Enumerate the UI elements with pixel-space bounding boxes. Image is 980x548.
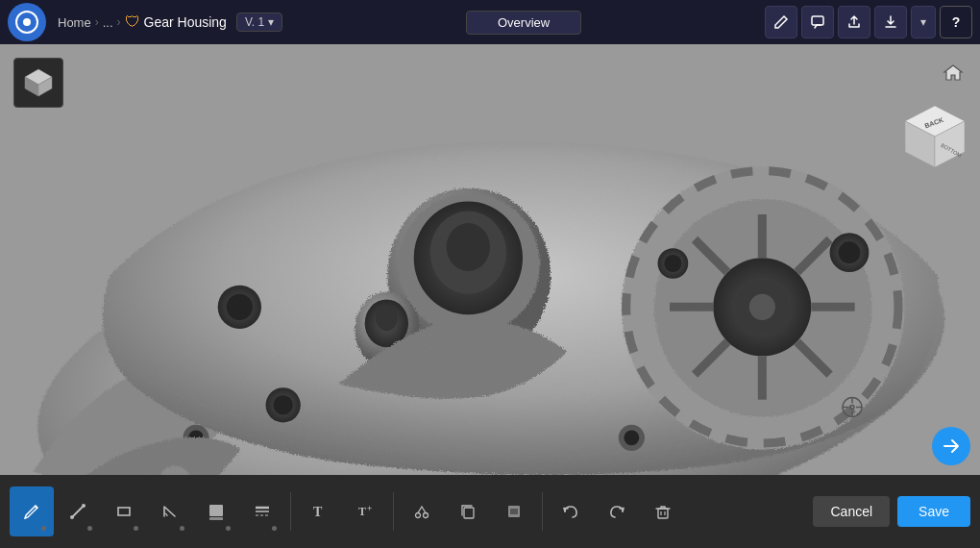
fill-icon bbox=[207, 502, 226, 521]
save-button[interactable]: Save bbox=[897, 496, 970, 527]
annotation-toolbar: T T + bbox=[0, 475, 980, 548]
toolbar-separator-3 bbox=[542, 492, 543, 531]
svg-rect-40 bbox=[0, 57, 980, 536]
svg-point-67 bbox=[416, 513, 421, 518]
paste-icon bbox=[504, 502, 524, 521]
redo-button[interactable] bbox=[595, 486, 639, 536]
draw-tool-button[interactable] bbox=[10, 486, 54, 536]
cut-tool-button[interactable] bbox=[400, 486, 444, 536]
delete-icon bbox=[653, 502, 673, 521]
delete-button[interactable] bbox=[641, 486, 685, 536]
tool-submenu-dot bbox=[134, 526, 138, 531]
home-view-button[interactable] bbox=[940, 60, 967, 87]
tool-submenu-dot bbox=[180, 526, 184, 531]
page-title: Gear Housing bbox=[144, 14, 227, 30]
nav-center: Overview bbox=[282, 11, 765, 35]
svg-rect-59 bbox=[209, 505, 223, 516]
download-button[interactable] bbox=[874, 6, 907, 38]
text-icon: T bbox=[309, 502, 329, 521]
angle-tool-button[interactable] bbox=[148, 486, 192, 536]
version-selector[interactable]: V. 1 ▾ bbox=[236, 12, 282, 32]
breadcrumb: Home › ... › 🛡 Gear Housing bbox=[58, 13, 227, 31]
navigation-cube[interactable]: BACK BOTTOM bbox=[895, 98, 974, 177]
tool-submenu-dot bbox=[41, 526, 46, 531]
svg-point-54 bbox=[850, 406, 854, 410]
line-style-icon bbox=[253, 502, 272, 521]
more-dropdown-button[interactable]: ▾ bbox=[911, 6, 936, 38]
home-icon bbox=[943, 62, 964, 84]
fill-color-button[interactable] bbox=[194, 486, 238, 536]
cancel-button[interactable]: Cancel bbox=[813, 496, 890, 527]
angle-icon bbox=[160, 502, 180, 521]
rect-tool-button[interactable] bbox=[102, 486, 146, 536]
tool-submenu-dot bbox=[226, 526, 231, 531]
download-icon bbox=[883, 14, 898, 30]
view-cube-button[interactable] bbox=[13, 58, 63, 108]
line-icon bbox=[68, 502, 87, 521]
top-navigation: Home › ... › 🛡 Gear Housing V. 1 ▾ Overv… bbox=[0, 0, 980, 44]
line-tool-button[interactable] bbox=[56, 486, 100, 536]
copy-tool-button[interactable] bbox=[446, 486, 490, 536]
comment-icon bbox=[810, 14, 825, 30]
svg-text:T: T bbox=[313, 505, 323, 519]
line-style-button[interactable] bbox=[240, 486, 284, 536]
toolbar-separator-1 bbox=[290, 492, 291, 531]
chevron-down-icon: ▾ bbox=[920, 15, 926, 29]
breadcrumb-sep2: › bbox=[117, 15, 121, 29]
svg-rect-69 bbox=[464, 508, 474, 518]
help-button[interactable]: ? bbox=[940, 6, 972, 38]
rect-icon bbox=[114, 502, 134, 521]
crosshair-icon bbox=[840, 395, 865, 425]
breadcrumb-sep1: › bbox=[95, 15, 99, 29]
logo-button[interactable] bbox=[8, 3, 46, 41]
shield-icon: 🛡 bbox=[125, 13, 140, 31]
nav-right-actions: ▾ ? bbox=[765, 6, 972, 38]
action-buttons: Cancel Save bbox=[813, 496, 970, 527]
text-plus-tool-button[interactable]: T + bbox=[343, 486, 387, 536]
undo-button[interactable] bbox=[549, 486, 593, 536]
svg-rect-58 bbox=[118, 508, 130, 515]
tool-submenu-dot bbox=[272, 526, 277, 531]
svg-line-55 bbox=[72, 506, 84, 517]
breadcrumb-dots[interactable]: ... bbox=[103, 15, 113, 30]
edit-icon bbox=[773, 14, 789, 30]
comment-button[interactable] bbox=[801, 6, 834, 38]
undo-icon bbox=[561, 502, 580, 521]
tool-submenu-dot bbox=[87, 526, 92, 531]
svg-rect-0 bbox=[812, 16, 823, 25]
3d-model-display bbox=[0, 44, 980, 548]
redo-icon bbox=[607, 502, 626, 521]
text-plus-icon: T + bbox=[355, 502, 375, 521]
breadcrumb-home[interactable]: Home bbox=[58, 15, 91, 30]
question-icon: ? bbox=[952, 14, 961, 30]
edit-button[interactable] bbox=[765, 6, 797, 38]
svg-rect-72 bbox=[658, 509, 668, 518]
fly-to-button[interactable] bbox=[932, 427, 970, 465]
svg-rect-60 bbox=[209, 517, 223, 520]
share-icon bbox=[846, 14, 862, 30]
paste-tool-button[interactable] bbox=[492, 486, 536, 536]
svg-rect-71 bbox=[510, 509, 518, 514]
overview-button[interactable]: Overview bbox=[466, 11, 581, 35]
svg-point-68 bbox=[424, 513, 429, 518]
svg-text:T: T bbox=[358, 505, 366, 518]
svg-point-56 bbox=[70, 515, 74, 519]
cut-icon bbox=[412, 502, 431, 521]
3d-viewport[interactable]: BACK BOTTOM bbox=[0, 44, 980, 548]
copy-icon bbox=[458, 502, 478, 521]
draw-icon bbox=[22, 502, 41, 521]
toolbar-separator-2 bbox=[393, 492, 394, 531]
cube-icon bbox=[21, 65, 56, 100]
share-button[interactable] bbox=[838, 6, 870, 38]
navigate-icon bbox=[941, 436, 962, 457]
svg-text:+: + bbox=[367, 504, 372, 513]
logo-icon bbox=[15, 11, 38, 34]
svg-point-57 bbox=[82, 504, 86, 508]
text-tool-button[interactable]: T bbox=[297, 486, 341, 536]
